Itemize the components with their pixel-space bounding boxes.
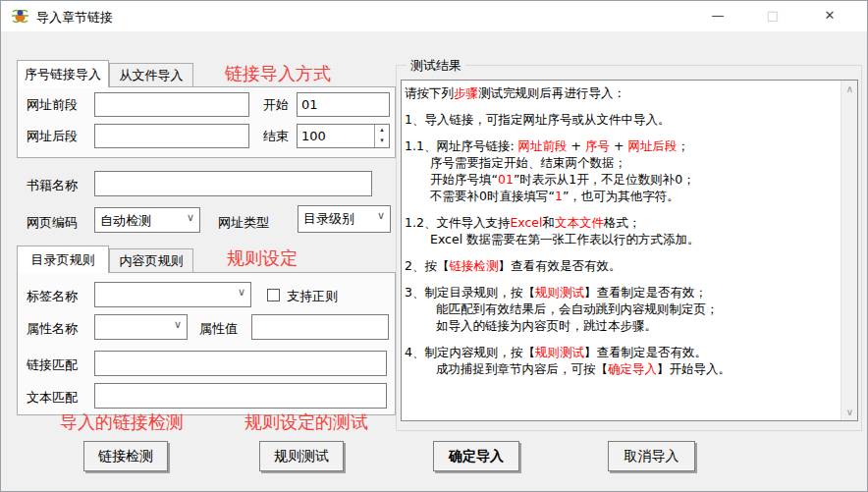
test-result-textbox[interactable]: 请按下列步骤测试完规则后再进行导入：1、导入链接，可指定网址序号或从文件中导入。… xyxy=(401,80,858,421)
url-type-value: 目录级别 xyxy=(303,210,354,228)
tab-file-import[interactable]: 从文件导入 xyxy=(109,63,193,87)
attr-name-label: 属性名称 xyxy=(27,320,78,338)
confirm-import-button[interactable]: 确定导入 xyxy=(433,441,519,471)
attr-name-select[interactable]: ∨ xyxy=(94,314,188,340)
spinner-up-icon[interactable]: ▴ xyxy=(375,125,389,136)
tab-toc-rule[interactable]: 目录页规则 xyxy=(17,246,109,273)
chevron-down-icon: ∨ xyxy=(377,209,385,222)
url-suffix-label: 网址后段 xyxy=(27,128,78,145)
link-match-label: 链接匹配 xyxy=(27,356,78,374)
text-match-input[interactable] xyxy=(94,383,387,409)
cancel-import-button[interactable]: 取消导入 xyxy=(608,441,695,471)
url-type-select[interactable]: 目录级别 ∨ xyxy=(298,205,391,233)
url-type-label: 网址类型 xyxy=(218,214,269,232)
close-icon: ✕ xyxy=(825,8,836,23)
chevron-down-icon: ∨ xyxy=(238,286,245,299)
url-prefix-input[interactable] xyxy=(94,92,249,117)
url-prefix-label: 网址前段 xyxy=(27,96,78,114)
minimize-icon: — xyxy=(712,8,725,23)
book-name-label: 书籍名称 xyxy=(27,177,78,194)
regex-checkbox[interactable] xyxy=(267,289,280,301)
annotation-rule-setting: 规则设定 xyxy=(227,246,298,270)
scroll-up-button[interactable]: ∧ xyxy=(841,81,858,97)
end-label: 结束 xyxy=(263,128,289,145)
text-match-label: 文本匹配 xyxy=(27,389,78,407)
tab-content-rule[interactable]: 内容页规则 xyxy=(109,248,193,273)
rule-test-button[interactable]: 规则测试 xyxy=(259,441,344,471)
attr-value-label: 属性值 xyxy=(199,320,238,338)
attr-value-input[interactable] xyxy=(251,314,389,340)
scroll-down-icon: ∨ xyxy=(846,407,853,417)
tag-name-label: 标签名称 xyxy=(27,288,78,305)
scroll-up-icon: ∧ xyxy=(846,83,853,94)
chevron-down-icon: ∨ xyxy=(187,211,194,224)
encoding-select[interactable]: 自动检测 ∨ xyxy=(94,207,200,233)
scroll-down-button[interactable]: ∨ xyxy=(841,404,858,420)
tab-serial-import[interactable]: 序号链接导入 xyxy=(17,60,109,87)
title-bar: 导入章节链接 — □ ✕ xyxy=(1,1,867,31)
regex-checkbox-label: 支持正则 xyxy=(287,288,338,305)
link-match-input[interactable] xyxy=(94,351,387,376)
close-button[interactable]: ✕ xyxy=(807,1,852,30)
encoding-label: 网页编码 xyxy=(27,214,78,232)
spinner-down-icon[interactable]: ▾ xyxy=(375,136,389,146)
test-result-text: 请按下列步骤测试完规则后再进行导入：1、导入链接，可指定网址序号或从文件中导入。… xyxy=(405,84,839,377)
annotation-import-method: 链接导入方式 xyxy=(225,62,331,85)
test-result-title: 测试结果 xyxy=(407,57,465,75)
url-suffix-input[interactable] xyxy=(94,124,249,148)
start-label: 开始 xyxy=(263,96,289,114)
link-check-button[interactable]: 链接检测 xyxy=(83,441,168,471)
start-input[interactable] xyxy=(297,92,390,117)
tag-name-select[interactable]: ∨ xyxy=(94,282,251,307)
maximize-button[interactable]: □ xyxy=(750,1,795,30)
annotation-link-check: 导入的链接检测 xyxy=(60,410,184,434)
book-name-input[interactable] xyxy=(94,171,372,196)
vertical-scrollbar[interactable]: ∧ ∨ xyxy=(841,81,857,420)
chevron-down-icon: ∨ xyxy=(174,318,182,331)
encoding-value: 自动检测 xyxy=(100,212,151,230)
annotation-rule-test: 规则设定的测试 xyxy=(244,410,368,434)
maximize-icon: □ xyxy=(767,8,779,23)
end-spinner[interactable]: ▴ ▾ xyxy=(374,125,389,147)
minimize-button[interactable]: — xyxy=(695,1,740,30)
window-title: 导入章节链接 xyxy=(36,9,113,27)
app-icon xyxy=(11,7,29,26)
import-chapter-links-dialog: 导入章节链接 — □ ✕ 序号链接导入 从文件导入 链接导入方式 网址前段 开始… xyxy=(0,0,868,492)
